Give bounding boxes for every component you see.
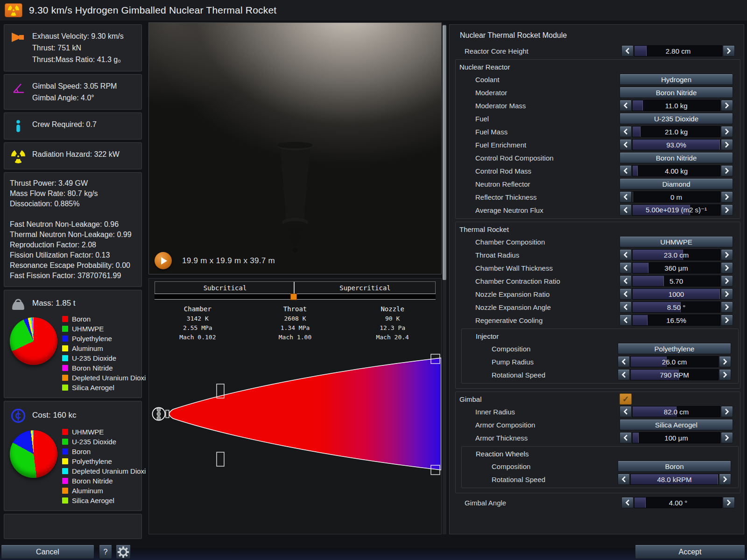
group-header: Gimbal ✓: [456, 393, 740, 405]
increment-button[interactable]: [719, 474, 731, 485]
decrement-button[interactable]: [621, 497, 634, 508]
decrement-button[interactable]: [620, 100, 632, 111]
slider-track[interactable]: 1000: [632, 288, 720, 300]
increment-button[interactable]: [721, 204, 733, 216]
slider-track[interactable]: 5.70: [632, 275, 720, 287]
slider-track[interactable]: 790 RPM: [630, 369, 719, 380]
criticality-track[interactable]: [155, 294, 436, 300]
slider-track[interactable]: 82.0 cm: [632, 406, 720, 417]
stat-line: Exhaust Velocity: 9.30 km/s: [32, 30, 124, 42]
decrement-button[interactable]: [620, 165, 632, 176]
slider-control: 790 RPM: [618, 369, 731, 380]
select-button[interactable]: U-235 Dioxide: [620, 113, 733, 124]
decrement-button[interactable]: [618, 369, 630, 380]
row-label: Moderator: [456, 89, 620, 97]
accept-button[interactable]: Accept: [635, 545, 745, 559]
module-scrollbar-thumb[interactable]: [443, 25, 446, 280]
select-button[interactable]: Hydrogen: [620, 74, 733, 85]
station-temperature: 90 K: [344, 314, 441, 323]
decrement-button[interactable]: [620, 432, 632, 443]
decrement-button[interactable]: [620, 301, 632, 313]
decrement-button[interactable]: [620, 275, 632, 287]
module-row: Fuel U-235 Dioxide: [456, 112, 740, 125]
slider-track[interactable]: 100 μm: [632, 432, 720, 443]
select-button[interactable]: Polyethylene: [618, 343, 731, 354]
group-header: Nuclear Reactor: [456, 61, 740, 73]
slider-track[interactable]: 2.80 cm: [634, 45, 722, 56]
decrement-button[interactable]: [618, 356, 630, 367]
decrement-button[interactable]: [620, 262, 632, 273]
group-label: Injector: [462, 332, 618, 340]
legend-item: Boron Nitride: [62, 364, 146, 372]
legend-swatch: [62, 345, 68, 351]
decrement-button[interactable]: [620, 126, 632, 137]
decrement-button[interactable]: [618, 474, 630, 485]
flow-station: Nozzle 90 K 12.3 Pa Mach 20.4: [344, 304, 441, 342]
increment-button[interactable]: [719, 356, 731, 367]
cancel-button[interactable]: Cancel: [1, 545, 94, 559]
increment-button[interactable]: [721, 191, 733, 203]
row-label: Moderator Mass: [456, 102, 620, 110]
slider-track[interactable]: 93.0%: [632, 139, 720, 150]
select-button[interactable]: Diamond: [620, 178, 733, 189]
slider-track[interactable]: 21.0 kg: [632, 126, 720, 137]
decrement-button[interactable]: [620, 406, 632, 417]
increment-button[interactable]: [721, 288, 733, 300]
module-scrollbar-track[interactable]: [443, 24, 446, 534]
criticality-marker[interactable]: [290, 294, 297, 300]
increment-button[interactable]: [721, 315, 733, 326]
slider-track[interactable]: 4.00 °: [634, 497, 722, 508]
decrement-button[interactable]: [620, 249, 632, 260]
decrement-button[interactable]: [620, 288, 632, 300]
increment-button[interactable]: [723, 497, 735, 508]
slider-track[interactable]: 0 m: [632, 191, 720, 203]
select-button[interactable]: Boron: [618, 461, 731, 472]
increment-button[interactable]: [723, 45, 735, 56]
sidebar: Exhaust Velocity: 9.30 km/sThrust: 751 k…: [4, 24, 142, 539]
slider-track[interactable]: 11.0 kg: [632, 100, 720, 111]
increment-button[interactable]: [721, 432, 733, 443]
station-mach: Mach 1.00: [247, 333, 344, 342]
slider-track[interactable]: 16.5%: [632, 315, 720, 326]
decrement-button[interactable]: [620, 139, 632, 150]
increment-button[interactable]: [721, 139, 733, 150]
decrement-button[interactable]: [620, 204, 632, 216]
select-value: Boron Nitride: [656, 89, 697, 97]
increment-button[interactable]: [721, 100, 733, 111]
slider-track[interactable]: 26.0 cm: [630, 356, 719, 367]
legend-label: Depleted Uranium Dioxi: [72, 467, 146, 475]
module-row: Chamber Composition UHMWPE: [456, 235, 740, 248]
select-button[interactable]: Boron Nitride: [620, 87, 733, 98]
rocket-3d-viewport[interactable]: 19.9 m x 19.9 m x 39.7 m: [148, 22, 442, 274]
increment-button[interactable]: [721, 126, 733, 137]
module-group: Reaction Wheels Composition Boron Rotati…: [461, 446, 739, 488]
increment-button[interactable]: [719, 369, 731, 380]
person-icon: [10, 119, 27, 133]
slider-track[interactable]: 23.0 cm: [632, 249, 720, 260]
decrement-button[interactable]: [620, 191, 632, 203]
slider-track[interactable]: 8.50 °: [632, 301, 720, 313]
increment-button[interactable]: [721, 406, 733, 417]
increment-button[interactable]: [721, 275, 733, 287]
decrement-button[interactable]: [621, 45, 634, 56]
slider-track[interactable]: 5.00e+019 (m2 s)⁻¹: [632, 204, 720, 216]
select-button[interactable]: UHMWPE: [620, 236, 733, 247]
gimbal-checkbox[interactable]: ✓: [620, 393, 632, 405]
slider-track[interactable]: 4.00 kg: [632, 165, 720, 176]
mass-legend: Boron UHMWPE Polyethylene Aluminum U-235…: [62, 314, 146, 392]
row-label: Inner Radius: [456, 408, 620, 416]
help-button[interactable]: ?: [99, 545, 112, 559]
slider-track[interactable]: 48.0 kRPM: [630, 474, 719, 485]
settings-button[interactable]: [116, 545, 131, 559]
select-button[interactable]: Silica Aerogel: [620, 419, 733, 430]
slider-track[interactable]: 360 μm: [632, 262, 720, 273]
decrement-button[interactable]: [620, 315, 632, 326]
slider-control: 48.0 kRPM: [618, 474, 731, 485]
select-button[interactable]: Boron Nitride: [620, 152, 733, 163]
play-button[interactable]: [155, 252, 172, 269]
increment-button[interactable]: [721, 165, 733, 176]
increment-button[interactable]: [721, 262, 733, 273]
increment-button[interactable]: [721, 249, 733, 260]
flow-panel: Subcritical Supercritical Chamber 3142 K…: [148, 278, 442, 534]
increment-button[interactable]: [721, 301, 733, 313]
